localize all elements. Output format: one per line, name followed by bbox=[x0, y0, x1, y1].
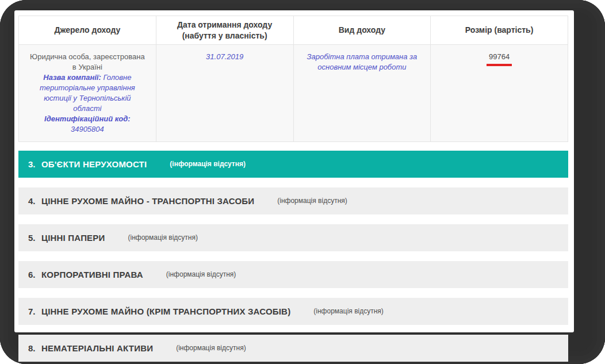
column-header-income-source: Джерело доходу bbox=[19, 16, 156, 45]
income-type-cell: Заробітна плата отримана за основним міс… bbox=[293, 45, 431, 142]
section-header-6-corporate-rights[interactable]: 6. КОРПОРАТИВНІ ПРАВА (інформація відсут… bbox=[18, 261, 568, 288]
section-number: 8. bbox=[28, 343, 41, 353]
section-header-5-securities[interactable]: 5. ЦІННІ ПАПЕРИ (інформація відсутня) bbox=[18, 224, 568, 251]
section-number: 5. bbox=[28, 233, 41, 243]
section-title: КОРПОРАТИВНІ ПРАВА bbox=[41, 270, 143, 279]
section-header-7-movable-property[interactable]: 7. ЦІННЕ РУХОМЕ МАЙНО (КРІМ ТРАНСПОРТНИХ… bbox=[18, 298, 568, 325]
column-header-income-type: Вид доходу bbox=[293, 16, 431, 45]
income-type-value: Заробітна плата отримана за основним міс… bbox=[307, 52, 418, 71]
declaration-page: Джерело доходу Дата отримання доходу (на… bbox=[14, 10, 574, 332]
section-title: ЦІННІ ПАПЕРИ bbox=[41, 233, 105, 243]
section-number: 4. bbox=[28, 196, 41, 206]
section-no-info-note: (інформація відсутня) bbox=[313, 307, 383, 315]
id-code-line: Ідентифікаційний код: 34905804 bbox=[29, 114, 145, 135]
section-header-4-vehicles[interactable]: 4. ЦІННЕ РУХОМЕ МАЙНО - ТРАНСПОРТНІ ЗАСО… bbox=[18, 187, 568, 214]
section-title: ОБ'ЄКТИ НЕРУХОМОСТІ bbox=[41, 159, 147, 169]
section-no-info-note: (інформація відсутня) bbox=[277, 197, 347, 205]
income-source-entity: Юридична особа, зареєстрована в Україні bbox=[29, 52, 145, 72]
id-code-value: 34905804 bbox=[71, 125, 104, 133]
section-title: НЕМАТЕРІАЛЬНІ АКТИВИ bbox=[41, 343, 153, 353]
income-table-row: Юридична особа, зареєстрована в Україні … bbox=[19, 45, 568, 142]
income-table-header-row: Джерело доходу Дата отримання доходу (на… bbox=[19, 16, 568, 45]
income-amount-cell: 99764 bbox=[431, 45, 568, 142]
income-date-value: 31.07.2019 bbox=[206, 52, 243, 61]
income-table: Джерело доходу Дата отримання доходу (на… bbox=[18, 16, 568, 142]
section-no-info-note: (інформація відсутня) bbox=[166, 270, 236, 278]
section-number: 3. bbox=[28, 159, 41, 169]
section-no-info-note: (інформація відсутня) bbox=[128, 233, 198, 242]
id-code-label: Ідентифікаційний код: bbox=[44, 114, 131, 123]
section-header-8-intangible-assets[interactable]: 8. НЕМАТЕРІАЛЬНІ АКТИВИ (інформація відс… bbox=[18, 335, 568, 362]
section-no-info-note: (інформація відсутня) bbox=[170, 160, 246, 168]
column-header-income-date: Дата отримання доходу (набуття у власніс… bbox=[156, 16, 293, 45]
section-header-3-real-estate[interactable]: 3. ОБ'ЄКТИ НЕРУХОМОСТІ (інформація відсу… bbox=[18, 151, 568, 178]
section-number: 7. bbox=[28, 306, 41, 316]
income-amount-value-red-underline: 99764 bbox=[487, 52, 512, 66]
column-header-income-amount: Розмір (вартість) bbox=[431, 16, 568, 45]
device-frame: Джерело доходу Дата отримання доходу (на… bbox=[0, 0, 605, 364]
section-no-info-note: (інформація відсутня) bbox=[176, 344, 246, 352]
section-number: 6. bbox=[28, 270, 41, 279]
section-title: ЦІННЕ РУХОМЕ МАЙНО - ТРАНСПОРТНІ ЗАСОБИ bbox=[41, 196, 254, 206]
company-line: Назва компанії: Головне територіальне уп… bbox=[29, 72, 145, 114]
income-date-cell: 31.07.2019 bbox=[156, 45, 293, 142]
income-source-cell: Юридична особа, зареєстрована в Україні … bbox=[19, 45, 156, 142]
section-title: ЦІННЕ РУХОМЕ МАЙНО (КРІМ ТРАНСПОРТНИХ ЗА… bbox=[41, 306, 290, 316]
company-label: Назва компанії: bbox=[43, 73, 101, 82]
